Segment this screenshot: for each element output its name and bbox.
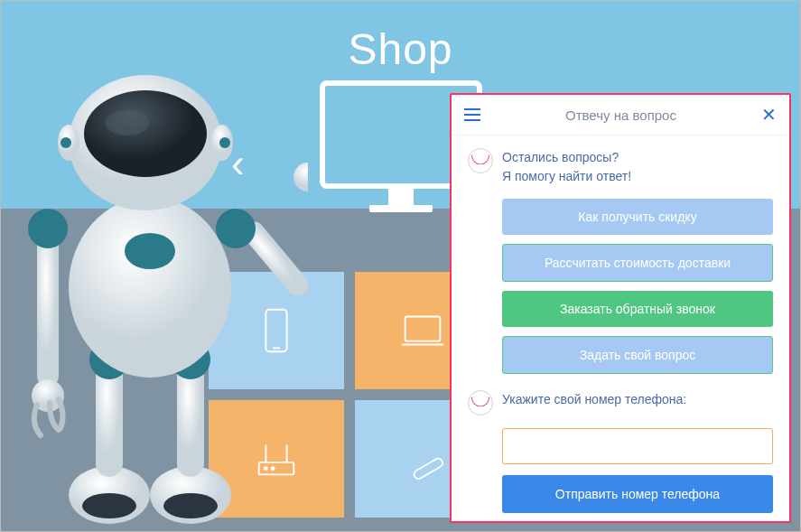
chat-header: Отвечу на вопрос ✕	[452, 95, 789, 135]
app-window: Shop ‹ ›	[0, 0, 801, 532]
chat-title: Отвечу на вопрос	[565, 107, 676, 123]
robot-illustration	[10, 25, 308, 531]
bot-avatar-icon	[468, 390, 493, 415]
svg-point-28	[106, 110, 149, 135]
phone-prompt-message: Укажите свой номер телефона:	[468, 390, 773, 415]
submit-phone-button[interactable]: Отправить номер телефона	[502, 475, 773, 513]
svg-rect-9	[413, 457, 444, 481]
svg-point-19	[125, 233, 175, 269]
menu-icon[interactable]	[464, 108, 480, 121]
svg-point-18	[69, 197, 231, 378]
svg-point-31	[61, 137, 71, 148]
phone-prompt-text: Укажите свой номер телефона:	[502, 390, 686, 415]
greeting-text: Остались вопросы? Я помогу найти ответ!	[502, 148, 631, 186]
svg-point-32	[219, 137, 230, 148]
close-icon[interactable]: ✕	[761, 104, 777, 126]
svg-point-21	[28, 209, 68, 248]
svg-point-25	[293, 163, 308, 191]
svg-rect-20	[37, 233, 59, 387]
action-callback-button[interactable]: Заказать обратный звонок	[502, 291, 773, 327]
svg-point-12	[82, 493, 136, 518]
bot-message: Остались вопросы? Я помогу найти ответ!	[468, 148, 773, 186]
pen-icon	[396, 433, 449, 485]
laptop-icon	[396, 304, 449, 357]
action-delivery-cost-button[interactable]: Рассчитать стоимость доставки	[502, 244, 773, 282]
phone-input[interactable]	[502, 428, 773, 464]
shop-title: Shop	[348, 24, 452, 74]
chat-widget: Отвечу на вопрос ✕ Остались вопросы? Я п…	[450, 93, 791, 523]
chat-body: Остались вопросы? Я помогу найти ответ! …	[452, 135, 789, 521]
svg-rect-2	[405, 317, 441, 341]
bot-avatar-icon	[468, 148, 493, 173]
svg-point-13	[163, 493, 218, 518]
action-discount-button[interactable]: Как получить скидку	[502, 199, 773, 235]
quick-actions: Как получить скидку Рассчитать стоимость…	[468, 199, 773, 374]
svg-point-27	[84, 90, 207, 177]
action-ask-question-button[interactable]: Задать свой вопрос	[502, 336, 773, 374]
svg-point-24	[216, 209, 256, 248]
